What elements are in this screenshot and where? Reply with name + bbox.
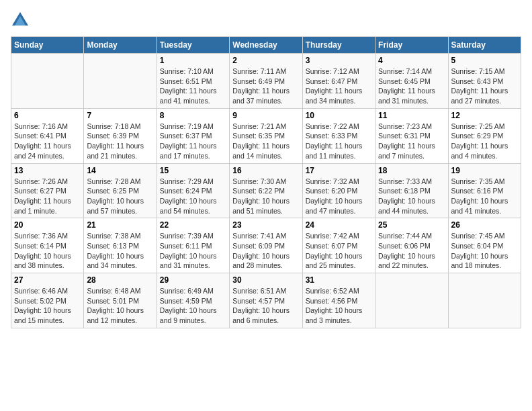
week-row: 6Sunrise: 7:16 AMSunset: 6:41 PMDaylight… [11,108,521,163]
calendar-cell: 18Sunrise: 7:33 AMSunset: 6:18 PMDayligh… [375,163,448,218]
calendar-cell: 11Sunrise: 7:23 AMSunset: 6:31 PMDayligh… [375,108,448,163]
day-number: 22 [160,220,226,230]
calendar-cell [84,54,157,109]
day-info: Sunrise: 6:46 AMSunset: 5:02 PMDaylight:… [14,286,81,326]
calendar-cell [375,273,448,328]
calendar-cell: 1Sunrise: 7:10 AMSunset: 6:51 PMDaylight… [157,54,229,109]
day-number: 28 [87,275,153,285]
day-info: Sunrise: 7:29 AMSunset: 6:24 PMDaylight:… [160,177,226,216]
week-row: 20Sunrise: 7:36 AMSunset: 6:14 PMDayligh… [11,218,521,273]
calendar-table: SundayMondayTuesdayWednesdayThursdayFrid… [11,36,521,328]
day-info: Sunrise: 7:19 AMSunset: 6:37 PMDaylight:… [160,122,226,161]
day-info: Sunrise: 7:39 AMSunset: 6:11 PMDaylight:… [160,231,226,271]
day-number: 20 [14,220,81,230]
day-info: Sunrise: 7:26 AMSunset: 6:27 PMDaylight:… [14,177,81,216]
day-number: 11 [378,111,445,120]
calendar-cell: 27Sunrise: 6:46 AMSunset: 5:02 PMDayligh… [11,273,84,328]
day-number: 27 [14,275,81,285]
calendar-cell: 9Sunrise: 7:21 AMSunset: 6:35 PMDaylight… [230,108,302,163]
calendar-header: SundayMondayTuesdayWednesdayThursdayFrid… [11,37,521,54]
calendar-cell: 4Sunrise: 7:14 AMSunset: 6:45 PMDaylight… [375,54,448,109]
day-info: Sunrise: 7:16 AMSunset: 6:41 PMDaylight:… [14,122,81,161]
calendar-cell: 3Sunrise: 7:12 AMSunset: 6:47 PMDaylight… [302,54,375,109]
calendar-cell: 14Sunrise: 7:28 AMSunset: 6:25 PMDayligh… [84,163,157,218]
day-number: 9 [232,111,299,120]
day-info: Sunrise: 7:32 AMSunset: 6:20 PMDaylight:… [306,177,372,216]
day-info: Sunrise: 7:33 AMSunset: 6:18 PMDaylight:… [378,177,445,216]
day-info: Sunrise: 7:44 AMSunset: 6:06 PMDaylight:… [378,231,445,271]
header-cell-monday: Monday [84,37,157,54]
day-info: Sunrise: 7:36 AMSunset: 6:14 PMDaylight:… [14,231,81,271]
day-number: 31 [306,275,372,285]
calendar-cell: 19Sunrise: 7:35 AMSunset: 6:16 PMDayligh… [448,163,521,218]
calendar-cell: 31Sunrise: 6:52 AMSunset: 4:56 PMDayligh… [302,273,375,328]
day-info: Sunrise: 6:49 AMSunset: 4:59 PMDaylight:… [160,286,226,326]
header-cell-thursday: Thursday [302,37,375,54]
day-number: 4 [378,56,445,65]
day-number: 19 [451,166,518,175]
header-cell-wednesday: Wednesday [230,37,302,54]
calendar-cell: 8Sunrise: 7:19 AMSunset: 6:37 PMDaylight… [157,108,229,163]
day-info: Sunrise: 7:41 AMSunset: 6:09 PMDaylight:… [232,231,299,271]
calendar-cell: 30Sunrise: 6:51 AMSunset: 4:57 PMDayligh… [230,273,302,328]
logo [11,11,32,30]
header-cell-sunday: Sunday [11,37,84,54]
day-number: 26 [451,220,518,230]
day-info: Sunrise: 7:14 AMSunset: 6:45 PMDaylight:… [378,66,445,106]
day-number: 1 [160,56,226,65]
day-info: Sunrise: 7:25 AMSunset: 6:29 PMDaylight:… [451,122,518,161]
calendar-cell: 22Sunrise: 7:39 AMSunset: 6:11 PMDayligh… [157,218,229,273]
day-info: Sunrise: 7:15 AMSunset: 6:43 PMDaylight:… [451,66,518,106]
calendar-cell: 20Sunrise: 7:36 AMSunset: 6:14 PMDayligh… [11,218,84,273]
day-number: 5 [451,56,518,65]
day-info: Sunrise: 6:48 AMSunset: 5:01 PMDaylight:… [87,286,153,326]
calendar-cell: 15Sunrise: 7:29 AMSunset: 6:24 PMDayligh… [157,163,229,218]
day-number: 24 [306,220,372,230]
day-info: Sunrise: 7:11 AMSunset: 6:49 PMDaylight:… [232,66,299,106]
calendar-cell [448,273,521,328]
calendar-cell [11,54,84,109]
day-number: 14 [87,166,153,175]
day-info: Sunrise: 7:28 AMSunset: 6:25 PMDaylight:… [87,177,153,216]
calendar-cell: 17Sunrise: 7:32 AMSunset: 6:20 PMDayligh… [302,163,375,218]
day-info: Sunrise: 6:51 AMSunset: 4:57 PMDaylight:… [232,286,299,326]
day-info: Sunrise: 7:18 AMSunset: 6:39 PMDaylight:… [87,122,153,161]
day-number: 2 [232,56,299,65]
page-header [11,11,521,30]
calendar-cell: 10Sunrise: 7:22 AMSunset: 6:33 PMDayligh… [302,108,375,163]
header-row: SundayMondayTuesdayWednesdayThursdayFrid… [11,37,521,54]
calendar-cell: 29Sunrise: 6:49 AMSunset: 4:59 PMDayligh… [157,273,229,328]
calendar-cell: 5Sunrise: 7:15 AMSunset: 6:43 PMDaylight… [448,54,521,109]
day-number: 13 [14,166,81,175]
logo-icon [11,11,30,30]
day-number: 23 [232,220,299,230]
calendar-cell: 23Sunrise: 7:41 AMSunset: 6:09 PMDayligh… [230,218,302,273]
day-info: Sunrise: 6:52 AMSunset: 4:56 PMDaylight:… [306,286,372,326]
day-number: 7 [87,111,153,120]
calendar-cell: 12Sunrise: 7:25 AMSunset: 6:29 PMDayligh… [448,108,521,163]
day-number: 25 [378,220,445,230]
calendar-cell: 16Sunrise: 7:30 AMSunset: 6:22 PMDayligh… [230,163,302,218]
day-number: 16 [232,166,299,175]
day-info: Sunrise: 7:42 AMSunset: 6:07 PMDaylight:… [306,231,372,271]
calendar-cell: 21Sunrise: 7:38 AMSunset: 6:13 PMDayligh… [84,218,157,273]
day-info: Sunrise: 7:22 AMSunset: 6:33 PMDaylight:… [306,122,372,161]
calendar-cell: 24Sunrise: 7:42 AMSunset: 6:07 PMDayligh… [302,218,375,273]
calendar-cell: 13Sunrise: 7:26 AMSunset: 6:27 PMDayligh… [11,163,84,218]
week-row: 13Sunrise: 7:26 AMSunset: 6:27 PMDayligh… [11,163,521,218]
day-number: 3 [306,56,372,65]
calendar-cell: 6Sunrise: 7:16 AMSunset: 6:41 PMDaylight… [11,108,84,163]
day-info: Sunrise: 7:12 AMSunset: 6:47 PMDaylight:… [306,66,372,106]
day-info: Sunrise: 7:21 AMSunset: 6:35 PMDaylight:… [232,122,299,161]
calendar-cell: 2Sunrise: 7:11 AMSunset: 6:49 PMDaylight… [230,54,302,109]
header-cell-saturday: Saturday [448,37,521,54]
week-row: 27Sunrise: 6:46 AMSunset: 5:02 PMDayligh… [11,273,521,328]
day-info: Sunrise: 7:38 AMSunset: 6:13 PMDaylight:… [87,231,153,271]
calendar-cell: 25Sunrise: 7:44 AMSunset: 6:06 PMDayligh… [375,218,448,273]
calendar-body: 1Sunrise: 7:10 AMSunset: 6:51 PMDaylight… [11,54,521,328]
day-info: Sunrise: 7:35 AMSunset: 6:16 PMDaylight:… [451,177,518,216]
day-number: 30 [232,275,299,285]
calendar-cell: 7Sunrise: 7:18 AMSunset: 6:39 PMDaylight… [84,108,157,163]
day-number: 18 [378,166,445,175]
calendar-cell: 28Sunrise: 6:48 AMSunset: 5:01 PMDayligh… [84,273,157,328]
